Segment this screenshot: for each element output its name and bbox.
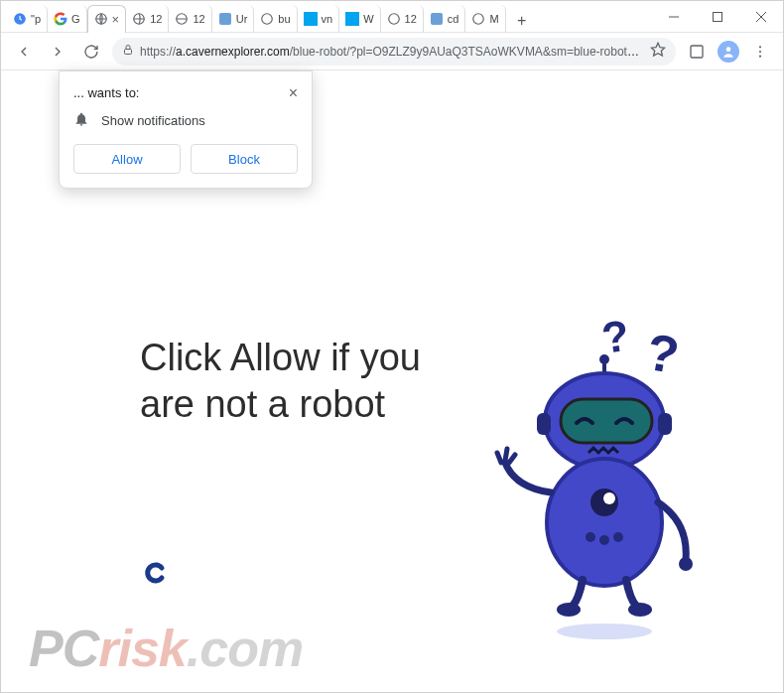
svg-point-39 (679, 557, 693, 571)
notification-permission-popup: ... wants to: × Show notifications Allow… (59, 70, 313, 189)
favicon-windows-icon (345, 12, 359, 26)
tab-label: W (363, 13, 373, 25)
svg-point-34 (590, 488, 618, 516)
small-c-logo (144, 561, 168, 585)
extensions-button[interactable] (684, 39, 710, 65)
svg-rect-7 (345, 12, 359, 26)
tab-strip: "p G × 12 12 Ur (1, 1, 652, 33)
favicon-globe-icon (132, 12, 146, 26)
svg-point-8 (388, 13, 399, 24)
svg-point-41 (628, 603, 652, 617)
svg-point-37 (599, 535, 609, 545)
favicon-windows-icon (304, 12, 318, 26)
lock-icon (122, 44, 134, 59)
titlebar: "p G × 12 12 Ur (1, 1, 783, 33)
tab-label: vn (322, 13, 333, 25)
address-bar[interactable]: https://a.cavernexplorer.com/blue-robot/… (112, 38, 676, 66)
menu-button[interactable] (747, 39, 773, 65)
tab-10[interactable]: cd (424, 5, 466, 33)
svg-rect-15 (125, 50, 132, 55)
svg-rect-31 (658, 413, 672, 435)
block-button[interactable]: Block (191, 144, 298, 174)
tab-label: 12 (405, 13, 417, 25)
close-window-button[interactable] (739, 1, 783, 33)
svg-point-36 (586, 532, 595, 542)
favicon-globe-icon (175, 12, 189, 26)
permission-title: ... wants to: (73, 85, 139, 100)
svg-rect-28 (561, 399, 652, 443)
svg-point-42 (557, 624, 652, 639)
tab-11[interactable]: M (465, 5, 505, 33)
profile-avatar[interactable] (718, 41, 739, 63)
window-controls (652, 1, 783, 33)
svg-point-19 (759, 46, 761, 48)
favicon-globe-icon (471, 12, 485, 26)
svg-text:?: ? (642, 323, 683, 385)
close-icon[interactable]: × (289, 85, 298, 101)
allow-button[interactable]: Allow (73, 144, 181, 174)
tab-7[interactable]: vn (298, 5, 340, 33)
headline-text: Click Allow if you are not a robot (140, 335, 438, 429)
svg-point-10 (473, 13, 484, 24)
permission-request-text: Show notifications (101, 113, 205, 128)
tab-3[interactable]: 12 (126, 5, 169, 33)
maximize-button[interactable] (696, 1, 739, 33)
favicon-globe-icon (94, 12, 108, 26)
browser-window: "p G × 12 12 Ur (0, 0, 784, 693)
svg-point-40 (557, 603, 581, 617)
tab-label: 12 (150, 13, 162, 25)
tab-9[interactable]: 12 (381, 5, 424, 33)
svg-rect-4 (219, 13, 231, 25)
tab-label: "p (31, 13, 41, 25)
tab-0[interactable]: "p (7, 5, 48, 33)
favicon-generic-icon (430, 12, 444, 26)
new-tab-button[interactable]: + (510, 9, 534, 33)
svg-point-35 (603, 492, 615, 504)
tab-8[interactable]: W (339, 5, 380, 33)
svg-point-21 (759, 55, 761, 57)
svg-rect-17 (691, 46, 703, 58)
favicon-generic-icon (218, 12, 232, 26)
minimize-button[interactable] (652, 1, 696, 33)
tab-1[interactable]: G (48, 5, 87, 33)
svg-rect-6 (304, 12, 318, 26)
tab-2-active[interactable]: × (87, 5, 127, 33)
bookmark-star-icon[interactable] (650, 42, 666, 61)
tab-label: Ur (236, 13, 248, 25)
favicon-google-icon (54, 12, 67, 26)
svg-rect-12 (714, 12, 722, 21)
favicon-google-icon (13, 12, 27, 26)
svg-point-18 (726, 47, 731, 52)
tab-label: bu (278, 13, 290, 25)
svg-rect-30 (537, 413, 551, 435)
page-content: ... wants to: × Show notifications Allow… (1, 70, 783, 692)
robot-illustration: ? ? (456, 314, 714, 622)
back-button[interactable] (11, 39, 37, 65)
tab-close-icon[interactable]: × (112, 12, 120, 27)
favicon-globe-icon (260, 12, 274, 26)
svg-point-38 (613, 532, 623, 542)
tab-5[interactable]: Ur (212, 5, 255, 33)
reload-button[interactable] (78, 39, 104, 65)
tab-label: cd (448, 13, 459, 25)
url-text: https://a.cavernexplorer.com/blue-robot/… (140, 45, 644, 59)
forward-button[interactable] (45, 39, 70, 65)
tab-label: M (489, 13, 498, 25)
svg-marker-16 (651, 43, 664, 56)
tab-4[interactable]: 12 (169, 5, 211, 33)
tab-6[interactable]: bu (254, 5, 297, 33)
favicon-globe-icon (387, 12, 401, 26)
svg-point-5 (262, 13, 273, 24)
svg-point-25 (599, 354, 609, 364)
tab-label: 12 (193, 13, 204, 25)
svg-point-20 (759, 50, 761, 52)
svg-rect-9 (431, 13, 443, 25)
tab-label: G (71, 13, 80, 25)
bell-icon (73, 111, 89, 130)
toolbar: https://a.cavernexplorer.com/blue-robot/… (1, 33, 783, 70)
